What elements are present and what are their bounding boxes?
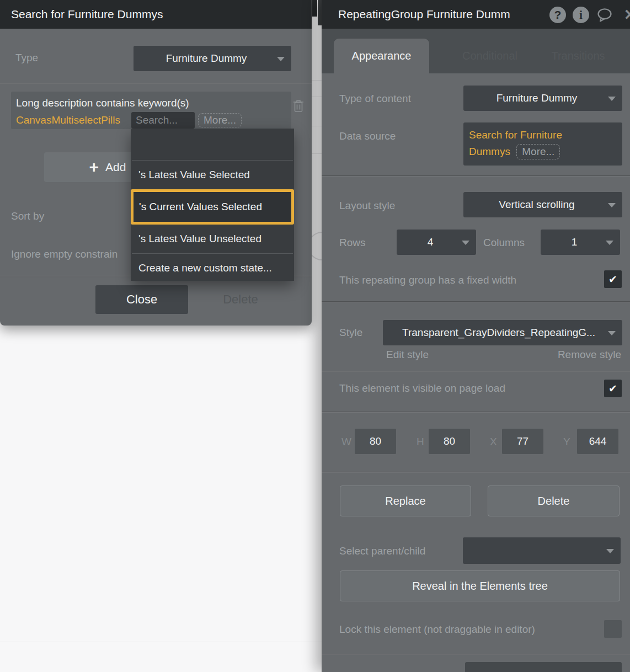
panel-divider-2 [322, 301, 630, 302]
caret-down-icon [606, 241, 613, 245]
y-label: Y [563, 436, 570, 448]
remove-style-link[interactable]: Remove style [558, 349, 621, 361]
data-source-more-badge[interactable]: More... [516, 144, 560, 159]
trash-icon[interactable] [293, 99, 304, 113]
state-menu-item[interactable]: 's Latest Value Unselected [131, 225, 294, 253]
constraint-field-text[interactable]: Long description contains keyword(s) [16, 97, 189, 109]
layout-style-label: Layout style [339, 200, 395, 212]
tab-conditional[interactable]: Conditional [449, 39, 531, 73]
layout-style-value: Vertical scrolling [499, 199, 586, 211]
caret-down-icon [608, 97, 616, 101]
comment-icon[interactable] [596, 7, 613, 23]
type-label: Type [15, 52, 38, 64]
panel-divider-3 [322, 371, 630, 372]
reveal-button[interactable]: Reveal in the Elements tree [340, 570, 620, 601]
data-source-box[interactable]: Search for Furniture Dummys More... [463, 122, 622, 166]
fixed-width-checkbox[interactable] [604, 270, 622, 288]
caret-down-icon [608, 203, 616, 207]
style-label: Style [339, 327, 362, 339]
caret-down-icon [462, 241, 469, 245]
tab-transitions[interactable]: Transitions [537, 39, 620, 73]
x-label: X [490, 436, 497, 448]
canvas-element-fragment [312, 0, 317, 17]
canvas-element-fragment-2 [318, 0, 322, 25]
info-icon[interactable] [573, 7, 589, 23]
constraint-card[interactable]: Long description contains keyword(s) Can… [11, 92, 291, 129]
rows-label: Rows [339, 237, 366, 249]
ignore-empty-label: Ignore empty constrain [11, 248, 118, 260]
state-menu-empty-item[interactable] [131, 129, 294, 160]
data-source-label: Data source [339, 130, 396, 142]
visible-label: This element is visible on page load [339, 382, 505, 394]
style-dropdown[interactable]: Transparent_GrayDividers_RepeatingG... [383, 320, 622, 345]
caret-down-icon [277, 57, 285, 61]
property-editor-header: RepeatingGroup Furniture Dumm [322, 0, 630, 29]
property-editor-title: RepeatingGroup Furniture Dumm [338, 0, 510, 29]
h-input[interactable]: 80 [429, 429, 470, 454]
partial-dropdown[interactable] [465, 662, 622, 672]
sort-by-label: Sort by [11, 210, 44, 222]
search-popup-header: Search for Furniture Dummys [0, 0, 312, 29]
constraint-search-input[interactable] [131, 112, 195, 129]
type-dropdown[interactable]: Furniture Dummy [134, 46, 291, 71]
tab-appearance[interactable]: Appearance [334, 39, 429, 73]
type-dropdown-value: Furniture Dummy [166, 52, 259, 65]
panel-divider-1 [322, 175, 630, 177]
plus-icon [89, 159, 99, 175]
w-label: W [341, 436, 351, 448]
state-menu-item[interactable]: 's Latest Value Selected [131, 161, 294, 189]
select-parent-label: Select parent/child [339, 545, 425, 557]
w-input[interactable]: 80 [355, 429, 396, 454]
canvas-divider [0, 642, 322, 642]
panel-divider-4 [322, 412, 630, 413]
help-icon[interactable] [549, 7, 566, 23]
popup-delete-button: Delete [210, 292, 271, 307]
edit-style-link[interactable]: Edit style [386, 349, 429, 361]
fixed-width-label: This repeating group has a fixed width [339, 274, 516, 286]
caret-down-icon [608, 331, 616, 335]
style-value: Transparent_GrayDividers_RepeatingG... [399, 327, 606, 339]
replace-button[interactable]: Replace [340, 486, 471, 516]
type-of-content-label: Type of content [339, 93, 411, 105]
search-popup: Search for Furniture Dummys Type Furnitu… [0, 0, 312, 326]
rows-dropdown[interactable]: 4 [397, 230, 476, 255]
columns-label: Columns [483, 237, 525, 249]
state-menu: 's Latest Value Selected 's Current Valu… [131, 129, 294, 281]
lock-label: Lock this element (not draggable in edit… [339, 623, 535, 636]
constraint-key-text[interactable]: CanvasMultiselectPills [16, 114, 120, 126]
close-icon[interactable] [622, 7, 630, 23]
state-menu-item[interactable]: Create a new custom state... [131, 254, 294, 282]
h-label: H [417, 436, 424, 448]
tab-bar: Appearance Conditional Transitions [322, 29, 630, 73]
more-badge[interactable]: More... [198, 113, 242, 127]
type-of-content-value: Furniture Dummy [496, 92, 590, 104]
state-menu-item-highlighted[interactable]: 's Current Values Selected [131, 189, 294, 225]
popup-divider-1 [0, 83, 312, 84]
x-input[interactable]: 77 [502, 429, 543, 454]
layout-style-dropdown[interactable]: Vertical scrolling [463, 192, 622, 217]
type-of-content-dropdown[interactable]: Furniture Dummy [463, 86, 622, 111]
search-popup-title: Search for Furniture Dummys [11, 0, 163, 29]
y-input[interactable]: 644 [577, 429, 618, 454]
panel-divider-5 [322, 472, 630, 473]
panel-divider-6 [322, 654, 630, 655]
element-delete-button[interactable]: Delete [488, 486, 620, 516]
property-editor: RepeatingGroup Furniture Dumm Appearance… [322, 0, 630, 672]
columns-value: 1 [572, 236, 590, 248]
visible-checkbox[interactable] [604, 380, 622, 397]
select-parent-dropdown[interactable] [463, 537, 621, 564]
columns-dropdown[interactable]: 1 [541, 230, 620, 255]
lock-checkbox[interactable] [604, 620, 622, 638]
close-button[interactable]: Close [95, 285, 188, 314]
add-constraint-label: Add [105, 161, 126, 174]
caret-down-icon [606, 549, 614, 553]
rows-value: 4 [428, 236, 446, 248]
